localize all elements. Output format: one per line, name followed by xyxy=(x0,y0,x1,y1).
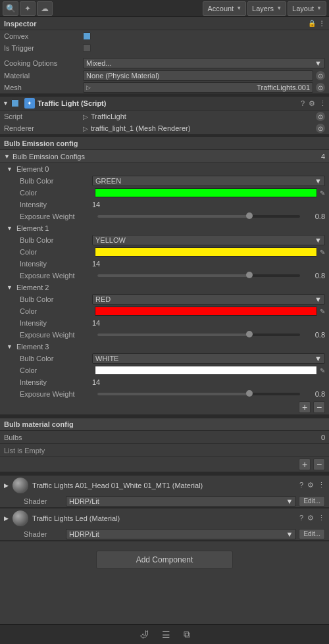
bulb-color-dropdown-2[interactable]: RED ▼ xyxy=(92,294,325,305)
intensity-label-0: Intensity xyxy=(20,201,92,209)
intensity-label-3: Intensity xyxy=(20,378,92,386)
mesh-label: Mesh xyxy=(4,84,83,91)
bottom-icon-3[interactable]: ⧉ xyxy=(184,629,190,640)
material-settings-icon-1[interactable]: ⚙ xyxy=(307,514,314,522)
material-row: Material None (Physic Material) ⊙ xyxy=(0,70,329,82)
intensity-value-0: 14 xyxy=(92,201,325,209)
color-edit-icon-1[interactable]: ✎ xyxy=(320,249,325,256)
layers-dropdown[interactable]: Layers ▼ xyxy=(247,1,286,16)
bulbs-add-btn[interactable]: + xyxy=(299,458,311,470)
color-bar-row-2: Color ✎ xyxy=(0,305,329,317)
layout-dropdown[interactable]: Layout ▼ xyxy=(288,1,326,16)
color-edit-icon-0[interactable]: ✎ xyxy=(320,189,325,197)
is-trigger-checkbox[interactable] xyxy=(83,44,91,52)
renderer-row: Renderer ▷ traffic_light_1 (Mesh Rendere… xyxy=(0,122,329,134)
element-label-2: Element 2 xyxy=(16,284,49,291)
shader-edit-btn-1[interactable]: Edit... xyxy=(299,529,325,539)
element-3: ▼ Element 3 Bulb Color WHITE ▼ Color ✎ I… xyxy=(0,341,329,400)
weight-label-2: Exposure Weight xyxy=(20,331,92,339)
search-icon[interactable]: 🔍 xyxy=(3,1,18,16)
mesh-select-btn[interactable]: ⊙ xyxy=(316,83,325,92)
color-swatch-1[interactable] xyxy=(95,247,317,257)
account-dropdown[interactable]: Account ▼ xyxy=(203,1,246,16)
bulbs-remove-btn[interactable]: − xyxy=(313,458,325,470)
bulb-color-label-0: Bulb Color xyxy=(20,177,92,185)
material-settings-icon-0[interactable]: ⚙ xyxy=(307,481,314,489)
cooking-options-dropdown[interactable]: Mixed... ▼ xyxy=(83,58,325,68)
material-section-0: ▶ Traffic Lights A01_Head 01_White 01_MT… xyxy=(0,475,329,508)
color-edit-icon-3[interactable]: ✎ xyxy=(320,367,325,374)
element-collapse-0[interactable]: ▼ xyxy=(7,166,13,172)
collapse-arrow[interactable]: ▼ xyxy=(4,153,10,160)
weight-slider-1[interactable] xyxy=(97,274,300,277)
shader-row-1: Shader HDRP/Lit ▼ Edit... xyxy=(0,528,329,541)
more-icon[interactable]: ⋮ xyxy=(318,20,325,27)
collapse-arrow[interactable]: ▼ xyxy=(3,100,9,107)
cloud-icon[interactable]: ☁ xyxy=(37,1,53,16)
color-bar-row-0: Color ✎ xyxy=(0,187,329,199)
cooking-options-label: Cooking Options xyxy=(4,59,83,67)
is-trigger-label: Is Trigger xyxy=(4,44,83,52)
color-swatch-0[interactable] xyxy=(95,188,317,197)
weight-label-1: Exposure Weight xyxy=(20,272,92,280)
element-collapse-2[interactable]: ▼ xyxy=(7,284,13,291)
color-swatch-3[interactable] xyxy=(95,366,317,375)
shader-edit-btn-0[interactable]: Edit... xyxy=(299,496,325,507)
color-bar-row-1: Color ✎ xyxy=(0,246,329,258)
weight-label-3: Exposure Weight xyxy=(20,390,92,398)
material-title-0: Traffic Lights A01_Head 01_White 01_MT1 … xyxy=(32,482,295,489)
material-expand-0[interactable]: ▶ xyxy=(4,482,9,489)
material-dropdown[interactable]: None (Physic Material) xyxy=(83,70,313,81)
material-select-btn[interactable]: ⊙ xyxy=(316,71,325,80)
add-component-button[interactable]: Add Component xyxy=(96,551,234,569)
element-2: ▼ Element 2 Bulb Color RED ▼ Color ✎ Int… xyxy=(0,282,329,341)
star-icon[interactable]: ✦ xyxy=(20,1,36,16)
color-swatch-2[interactable] xyxy=(95,307,317,316)
weight-label-0: Exposure Weight xyxy=(20,212,92,220)
element-collapse-3[interactable]: ▼ xyxy=(7,343,13,350)
intensity-row-0: Intensity 14 xyxy=(0,199,329,211)
element-header-3: ▼ Element 3 xyxy=(0,341,329,353)
elements-add-remove: + − xyxy=(0,400,329,415)
convex-checkbox[interactable] xyxy=(83,32,91,40)
weight-slider-2[interactable] xyxy=(97,334,300,336)
renderer-select-btn[interactable]: ⊙ xyxy=(316,124,325,133)
material-expand-1[interactable]: ▶ xyxy=(4,515,9,522)
renderer-value: traffic_light_1 (Mesh Renderer) xyxy=(91,124,190,132)
material-help-icon-0[interactable]: ? xyxy=(299,481,303,489)
bulb-color-dropdown-3[interactable]: WHITE ▼ xyxy=(92,353,325,364)
weight-value-1: 0.8 xyxy=(305,272,325,280)
component-enabled-checkbox[interactable] xyxy=(11,99,19,107)
material-more-icon-0[interactable]: ⋮ xyxy=(318,481,325,489)
bottom-icon-1[interactable]: ⮰ xyxy=(139,630,149,640)
script-select-btn[interactable]: ⊙ xyxy=(316,112,325,121)
material-icon-1 xyxy=(13,510,28,526)
elements-remove-btn[interactable]: − xyxy=(313,401,325,413)
bottom-icon-2[interactable]: ☰ xyxy=(162,630,170,640)
material-help-icon-1[interactable]: ? xyxy=(299,514,303,522)
lock-icon[interactable]: 🔒 xyxy=(308,20,316,27)
intensity-row-3: Intensity 14 xyxy=(0,376,329,388)
bulb-color-dropdown-1[interactable]: YELLOW ▼ xyxy=(92,235,325,245)
weight-value-2: 0.8 xyxy=(305,331,325,339)
color-bar-row-3: Color ✎ xyxy=(0,364,329,376)
help-icon[interactable]: ? xyxy=(301,99,305,108)
weight-slider-0[interactable] xyxy=(97,215,300,218)
material-label: Material xyxy=(4,72,83,80)
inspector-title: Inspector xyxy=(4,20,308,28)
shader-dropdown-1[interactable]: HDRP/Lit ▼ xyxy=(66,529,296,539)
bulb-color-dropdown-0[interactable]: GREEN ▼ xyxy=(92,176,325,186)
weight-slider-3[interactable] xyxy=(97,393,300,395)
shader-label-0: Shader xyxy=(24,497,63,505)
elements-add-btn[interactable]: + xyxy=(299,401,311,413)
material-more-icon-1[interactable]: ⋮ xyxy=(318,514,325,522)
color-edit-icon-2[interactable]: ✎ xyxy=(320,308,325,315)
more-icon[interactable]: ⋮ xyxy=(319,99,326,108)
settings-icon[interactable]: ⚙ xyxy=(309,99,315,108)
element-label-0: Element 0 xyxy=(16,165,49,173)
element-collapse-1[interactable]: ▼ xyxy=(7,225,13,232)
shader-dropdown-0[interactable]: HDRP/Lit ▼ xyxy=(66,496,296,507)
bulbs-label: Bulbs xyxy=(4,433,321,441)
mesh-dropdown[interactable]: ▷ TrafficLights.001 xyxy=(83,82,313,93)
element-label-1: Element 1 xyxy=(16,224,49,232)
